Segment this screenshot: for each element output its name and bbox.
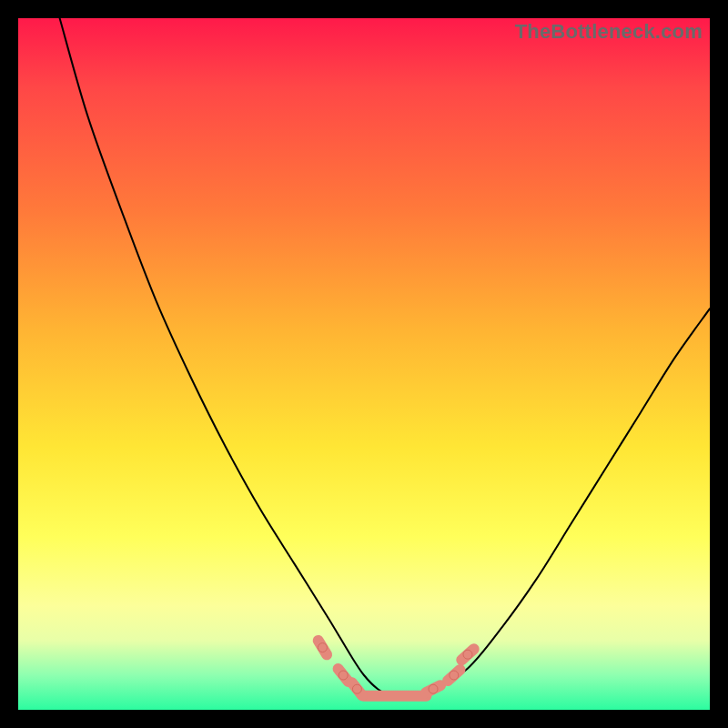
chart-frame: TheBottleneck.com [0,0,728,728]
data-marker-dot [339,671,348,680]
data-marker-dot [352,684,361,693]
data-marker-dot [463,650,472,659]
data-marker-dot [318,643,327,652]
plot-area: TheBottleneck.com [18,18,710,710]
bottleneck-curve [60,18,710,696]
data-marker-dot [450,671,459,680]
chart-svg [18,18,710,710]
data-marker-dot [429,684,438,693]
